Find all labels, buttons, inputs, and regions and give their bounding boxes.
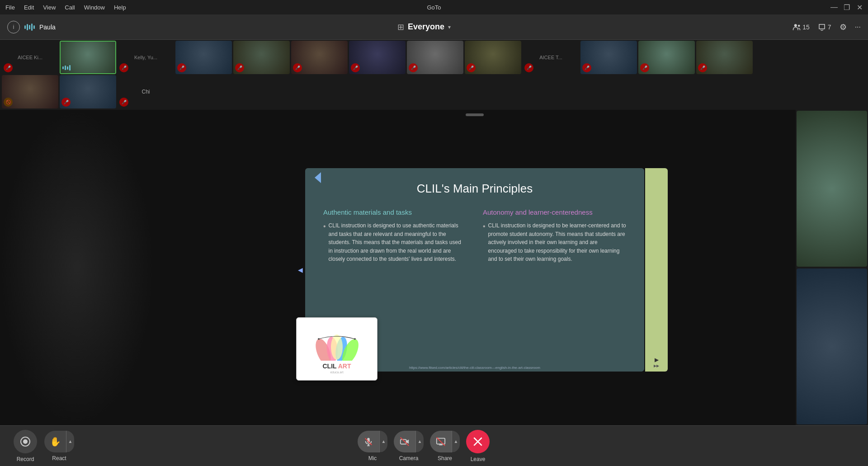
- participant-tile[interactable]: 🎤: [638, 41, 695, 74]
- chat-icon: [818, 23, 826, 31]
- share-expand-button[interactable]: ▲: [452, 431, 460, 452]
- slide-col1-title: Authentic materials and tasks: [323, 208, 467, 216]
- maximize-button[interactable]: ❐: [844, 4, 850, 10]
- slide-column-2: Autonomy and learner-centeredness • CLIL…: [483, 208, 626, 264]
- mute-indicator: 🎤: [524, 63, 533, 72]
- dropdown-arrow-icon: ▾: [448, 24, 451, 30]
- close-button[interactable]: ✕: [856, 4, 863, 10]
- feathers-artwork: [310, 325, 364, 361]
- left-panel: [0, 110, 154, 425]
- participant-tile[interactable]: 🎤: [175, 41, 232, 74]
- user-name-label: Paula: [39, 24, 56, 31]
- participant-tile[interactable]: AICEE Ki... 🎤: [2, 41, 58, 74]
- slide-col2-text: CLIL instruction is designed to be learn…: [488, 221, 626, 264]
- menu-file[interactable]: File: [5, 4, 15, 11]
- bullet-1: •: [323, 222, 326, 264]
- slide-inner: CLIL's Main Principles Authentic materia…: [305, 168, 644, 291]
- svg-point-7: [318, 338, 320, 340]
- share-main-button[interactable]: [430, 431, 452, 452]
- svg-point-6: [331, 334, 343, 360]
- participant-tile[interactable]: 🎤: [60, 75, 116, 108]
- chat-button[interactable]: 7: [818, 23, 831, 31]
- menu-bar: File Edit View Call Window Help: [5, 4, 126, 11]
- settings-button[interactable]: ⚙: [840, 22, 847, 32]
- mic-main-button[interactable]: [358, 431, 379, 452]
- mute-indicator: 🎤: [61, 98, 71, 107]
- bullet-2: •: [483, 222, 486, 264]
- slide-columns: Authentic materials and tasks • CLIL ins…: [323, 208, 626, 264]
- participant-tile[interactable]: 🎤: [349, 41, 406, 74]
- react-top: ✋ ▲: [44, 431, 74, 452]
- participant-tile[interactable]: 🎤: [696, 41, 753, 74]
- react-main-button[interactable]: ✋: [44, 431, 66, 452]
- camera-expand-button[interactable]: ▲: [415, 431, 424, 452]
- menu-edit[interactable]: Edit: [24, 4, 34, 11]
- mute-indicator: 🎤: [640, 63, 649, 72]
- menu-call[interactable]: Call: [65, 4, 75, 11]
- participant-tile[interactable]: 🎤: [407, 41, 463, 74]
- camera-off-icon: [400, 437, 410, 447]
- slide-col2-title: Autonomy and learner-centeredness: [483, 208, 626, 216]
- everyone-label: Everyone: [408, 22, 444, 32]
- camera-button-group: ▲ Camera: [394, 431, 424, 461]
- menu-help[interactable]: Help: [114, 4, 126, 11]
- toolbar: Record ✋ ▲ React: [0, 425, 868, 466]
- info-button[interactable]: i: [7, 21, 20, 33]
- svg-point-8: [354, 338, 356, 340]
- participants-strip: AICEE Ki... 🎤 Kelly, Yu... 🎤 🎤: [0, 40, 868, 110]
- record-icon: [14, 430, 37, 453]
- mute-indicator: 🎤: [119, 63, 128, 72]
- slide-next-arrow-icon[interactable]: ▶: [655, 357, 658, 363]
- svg-point-10: [23, 439, 28, 444]
- mute-indicator: 🎤: [4, 63, 13, 72]
- slide-double-arrow: ▶▶: [654, 364, 659, 368]
- participant-tile-active[interactable]: [60, 41, 116, 74]
- camera-main-button[interactable]: [394, 431, 415, 452]
- mute-indicator: 🎤: [293, 63, 302, 72]
- minimize-button[interactable]: —: [831, 4, 837, 10]
- audience-selector[interactable]: ⊞ Everyone ▾: [397, 22, 451, 32]
- share-screen-icon: [436, 437, 446, 447]
- react-expand-button[interactable]: ▲: [66, 431, 74, 452]
- side-video-top: [797, 111, 867, 267]
- mute-indicator: 🚫: [4, 98, 13, 107]
- participant-tile[interactable]: 🎤: [465, 41, 521, 74]
- participant-tile[interactable]: 🚫: [2, 75, 58, 108]
- thumbnail-credit: educa.art: [330, 371, 343, 374]
- mute-indicator: 🎤: [409, 63, 418, 72]
- mute-indicator: 🎤: [582, 63, 591, 72]
- slide-col2-bullet: • CLIL instruction is designed to be lea…: [483, 221, 626, 264]
- camera-label: Camera: [399, 455, 419, 461]
- header-left: i Paula: [7, 21, 56, 33]
- record-button[interactable]: Record: [14, 430, 37, 462]
- participants-button[interactable]: 15: [793, 23, 810, 31]
- slide-indicator: [315, 172, 321, 183]
- slide-right-strip: ▶ ▶▶: [645, 168, 668, 372]
- toolbar-left: Record ✋ ▲ React: [14, 430, 74, 462]
- mute-indicator: 🎤: [119, 98, 128, 107]
- menu-window[interactable]: Window: [84, 4, 105, 11]
- mute-indicator: 🎤: [467, 63, 476, 72]
- mic-expand-button[interactable]: ▲: [379, 431, 387, 452]
- participant-tile[interactable]: AICEE T... 🎤: [523, 41, 579, 74]
- more-options-button[interactable]: ···: [855, 23, 861, 31]
- participant-tile[interactable]: 🎤: [233, 41, 290, 74]
- react-button[interactable]: ✋ ▲ React: [44, 431, 74, 461]
- slide-column-1: Authentic materials and tasks • CLIL ins…: [323, 208, 467, 264]
- participant-tile[interactable]: Kelly, Yu... 🎤: [118, 41, 174, 74]
- leave-button[interactable]: Leave: [466, 430, 490, 462]
- participant-tile[interactable]: Chi 🎤: [118, 75, 174, 108]
- participant-tile[interactable]: 🎤: [291, 41, 348, 74]
- participant-tile[interactable]: 🎤: [580, 41, 637, 74]
- leave-label: Leave: [471, 456, 486, 462]
- slide-handle[interactable]: [466, 113, 484, 116]
- app-title: GoTo: [427, 4, 441, 11]
- mic-button-group: ▲ Mic: [358, 431, 387, 461]
- slide-prev-button[interactable]: ◀: [298, 266, 303, 273]
- leave-icon: [466, 430, 490, 453]
- share-split-top: ▲: [430, 431, 460, 452]
- menu-view[interactable]: View: [43, 4, 56, 11]
- header-right: 15 7 ⚙ ···: [793, 22, 861, 32]
- grid-icon: ⊞: [397, 22, 404, 32]
- title-bar: File Edit View Call Window Help GoTo — ❐…: [0, 0, 868, 14]
